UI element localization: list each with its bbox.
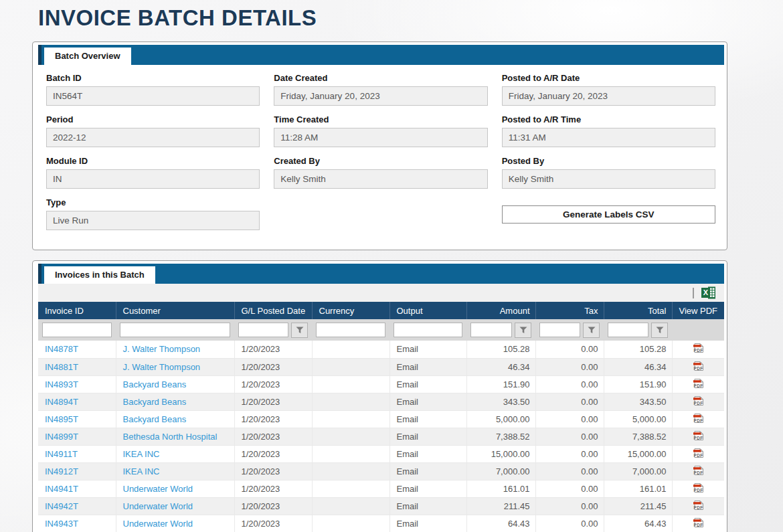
- table-row: IN4942T Underwater World 1/20/2023 Email…: [38, 497, 724, 515]
- filter-row: [38, 319, 724, 341]
- gl-posted-date-cell: 1/20/2023: [234, 341, 312, 358]
- pdf-icon[interactable]: PDF: [692, 499, 705, 513]
- table-row: IN4941T Underwater World 1/20/2023 Email…: [38, 480, 724, 497]
- field-value-input[interactable]: [502, 169, 715, 189]
- customer-link[interactable]: Backyard Beans: [123, 397, 187, 407]
- column-header-customer[interactable]: Customer: [116, 302, 234, 319]
- total-cell: 7,000.00: [604, 462, 672, 480]
- tab-batch-overview[interactable]: Batch Overview: [44, 48, 131, 65]
- pdf-icon[interactable]: PDF: [692, 430, 705, 444]
- grid-toolbar: X: [38, 284, 724, 302]
- form-field: Posted to A/R Date: [502, 73, 715, 106]
- total-cell: 64.43: [604, 515, 672, 532]
- customer-link[interactable]: Underwater World: [123, 484, 193, 494]
- tax-cell: 0.00: [535, 462, 604, 480]
- pdf-icon[interactable]: PDF: [692, 360, 705, 374]
- generate-labels-csv-button[interactable]: Generate Labels CSV: [502, 205, 715, 224]
- filter-funnel-button-tax[interactable]: [583, 323, 600, 338]
- customer-link[interactable]: Underwater World: [123, 519, 193, 529]
- invoice-id-link[interactable]: IN4878T: [45, 344, 78, 354]
- invoice-id-link[interactable]: IN4893T: [45, 379, 78, 389]
- field-label: Date Created: [274, 73, 487, 83]
- field-value-input[interactable]: [502, 86, 715, 106]
- pdf-icon[interactable]: PDF: [692, 377, 705, 391]
- pdf-icon[interactable]: PDF: [692, 342, 705, 356]
- field-value-input[interactable]: [46, 169, 260, 189]
- column-header-invoice-id[interactable]: Invoice ID: [38, 302, 116, 319]
- customer-link[interactable]: Underwater World: [123, 501, 193, 511]
- filter-input-invoice-id[interactable]: [42, 323, 112, 337]
- invoice-id-link[interactable]: IN4943T: [45, 519, 78, 529]
- pdf-icon[interactable]: PDF: [692, 395, 705, 409]
- invoice-id-link[interactable]: IN4895T: [45, 414, 78, 424]
- pdf-icon[interactable]: PDF: [692, 482, 705, 496]
- form-column-2: Date Created Time Created Created By: [274, 73, 487, 239]
- form-field: Posted By: [502, 156, 715, 189]
- field-value-input[interactable]: [502, 128, 715, 147]
- invoice-id-link[interactable]: IN4942T: [45, 501, 78, 511]
- invoice-id-link[interactable]: IN4881T: [45, 362, 78, 372]
- filter-input-gl-posted-date[interactable]: [238, 323, 288, 337]
- customer-link[interactable]: Backyard Beans: [123, 379, 187, 389]
- filter-input-currency[interactable]: [316, 323, 385, 337]
- field-label: Period: [46, 114, 260, 124]
- total-cell: 211.45: [604, 497, 672, 515]
- tax-cell: 0.00: [535, 445, 604, 462]
- pdf-icon[interactable]: PDF: [692, 517, 705, 531]
- field-label: Time Created: [274, 114, 487, 124]
- field-value-input[interactable]: [274, 128, 487, 147]
- column-header-tax[interactable]: Tax: [535, 302, 604, 319]
- filter-input-amount[interactable]: [470, 323, 512, 337]
- customer-link[interactable]: Bethesda North Hospital: [123, 432, 217, 442]
- filter-input-output[interactable]: [394, 323, 462, 337]
- customer-link[interactable]: J. Walter Thompson: [123, 344, 201, 354]
- field-value-input[interactable]: [274, 169, 487, 189]
- column-header-total[interactable]: Total: [604, 302, 672, 319]
- excel-export-icon[interactable]: X: [701, 286, 716, 299]
- filter-input-total[interactable]: [608, 323, 648, 337]
- filter-funnel-button-total[interactable]: [651, 323, 668, 338]
- column-header-currency[interactable]: Currency: [312, 302, 389, 319]
- table-row: IN4894T Backyard Beans 1/20/2023 Email 3…: [38, 393, 724, 410]
- customer-link[interactable]: IKEA INC: [123, 449, 160, 459]
- field-label: Batch ID: [46, 73, 260, 83]
- gl-posted-date-cell: 1/20/2023: [234, 428, 312, 445]
- invoice-id-link[interactable]: IN4911T: [45, 449, 78, 459]
- currency-cell: [312, 445, 389, 462]
- pdf-icon[interactable]: PDF: [692, 464, 705, 478]
- field-value-input[interactable]: [46, 211, 260, 230]
- invoice-id-link[interactable]: IN4941T: [45, 484, 78, 494]
- customer-link[interactable]: J. Walter Thompson: [123, 362, 201, 372]
- field-value-input[interactable]: [274, 86, 487, 106]
- filter-funnel-button-gl-posted-date[interactable]: [291, 323, 308, 338]
- output-cell: Email: [389, 341, 466, 358]
- customer-link[interactable]: IKEA INC: [123, 466, 160, 476]
- total-cell: 5,000.00: [604, 410, 672, 428]
- field-label: Posted to A/R Time: [502, 114, 715, 124]
- currency-cell: [312, 375, 389, 393]
- filter-funnel-button-amount[interactable]: [515, 323, 531, 338]
- tax-cell: 0.00: [535, 497, 604, 515]
- pdf-icon[interactable]: PDF: [692, 412, 705, 426]
- invoice-id-link[interactable]: IN4899T: [45, 432, 78, 442]
- column-header-gl-posted-date[interactable]: G/L Posted Date: [234, 302, 312, 319]
- svg-text:PDF: PDF: [693, 505, 703, 509]
- tax-cell: 0.00: [535, 515, 604, 532]
- svg-text:PDF: PDF: [693, 452, 703, 457]
- field-value-input[interactable]: [46, 128, 260, 147]
- tab-invoices-in-this-batch[interactable]: Invoices in this Batch: [44, 266, 155, 284]
- filter-input-customer[interactable]: [120, 323, 230, 337]
- amount-cell: 15,000.00: [466, 445, 535, 462]
- invoice-id-link[interactable]: IN4894T: [45, 397, 78, 407]
- column-header-amount[interactable]: Amount: [466, 302, 535, 319]
- invoice-id-link[interactable]: IN4912T: [45, 466, 78, 476]
- filter-input-tax[interactable]: [539, 323, 580, 337]
- toolbar-divider: [693, 288, 694, 298]
- output-cell: Email: [389, 462, 466, 480]
- customer-link[interactable]: Backyard Beans: [123, 414, 187, 424]
- field-value-input[interactable]: [46, 86, 260, 106]
- form-field: Batch ID: [46, 73, 260, 106]
- pdf-icon[interactable]: PDF: [692, 447, 705, 461]
- column-header-output[interactable]: Output: [389, 302, 466, 319]
- field-label: Posted to A/R Date: [502, 73, 715, 83]
